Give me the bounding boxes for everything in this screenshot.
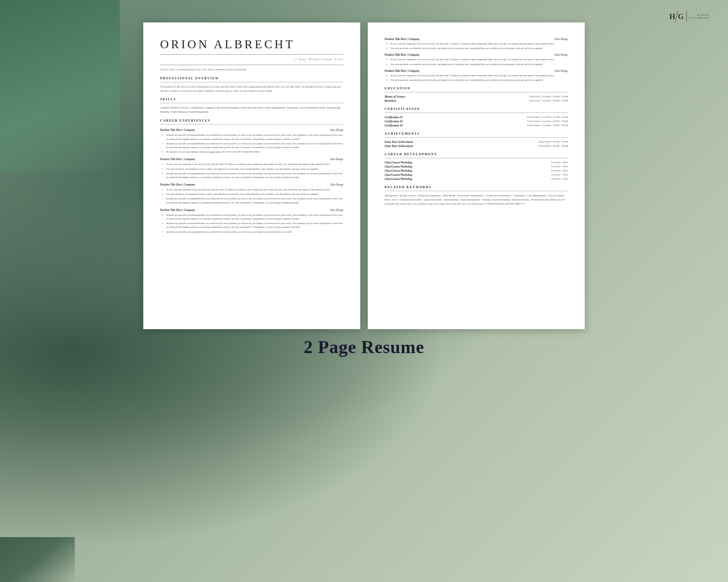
position-3-header: Position Title Here | Company Date Range xyxy=(160,183,343,186)
cert-detail-1: School/State | Location | YEAR - YEAR xyxy=(527,116,568,119)
position-2-bullets: If you want the emphasis to be on your t… xyxy=(160,162,343,179)
bullet-item: Include any specific accomplishments you… xyxy=(166,230,343,234)
career-dev-detail-4: Location - Date xyxy=(551,173,568,177)
professional-title: // Your Professional Title xyxy=(160,58,343,61)
edu-degree-1: Master of Science xyxy=(385,95,405,98)
position-3-title: Position Title Here | Company xyxy=(160,183,195,186)
position-1-header: Position Title Here | Company Date Range xyxy=(160,128,343,132)
logo-g: G xyxy=(678,13,684,20)
position-2-title: Position Title Here | Company xyxy=(160,157,195,161)
p2-pos-2-date: Date Range xyxy=(554,53,568,56)
cert-divider xyxy=(385,113,568,113)
contact-info: 333.333.3333 | youremail@email.com | Cit… xyxy=(160,68,343,71)
keywords-text: Management · Quality Control · Productio… xyxy=(385,194,568,206)
achievement-detail-1: School/State | YEAR - YEAR xyxy=(538,140,568,144)
bullet-item: If you want the emphasis to be on your t… xyxy=(391,58,568,61)
career-dev-name-2: Class/Course/Workshop xyxy=(385,165,412,168)
career-dev-detail-5: Location - Date xyxy=(551,177,568,181)
position-2-header: Position Title Here | Company Date Range xyxy=(160,157,343,161)
overview-divider xyxy=(160,82,343,82)
skills-text: Complex Problem Solving | Coordination |… xyxy=(160,106,343,114)
logo-hired-text: HIRED xyxy=(689,13,709,16)
p2-pos-3-date: Date Range xyxy=(554,69,568,73)
logo-hg: H xyxy=(670,13,676,20)
two-page-label: 2 Page Resume xyxy=(304,337,424,357)
position-3-bullets: If you want the emphasis to be on your t… xyxy=(160,188,343,205)
position-4-header: Position Title Here | Company Date Range xyxy=(160,208,343,212)
career-dev-name-5: Class/Course/Workshop xyxy=(385,177,412,181)
bullet-item: If you want the emphasis to be on your t… xyxy=(391,74,568,77)
candidate-name: ORION ALBRECHT xyxy=(160,37,343,51)
position-1-bullets: Include any specific accomplishments you… xyxy=(160,133,343,154)
overview-section-title: PROFESSIONAL OVERVIEW xyxy=(160,76,343,80)
title-divider xyxy=(160,65,343,65)
bullet-item: Include any specific accomplishments you… xyxy=(166,213,343,221)
cert-detail-3: School/State | Location | YEAR - YEAR xyxy=(527,124,568,127)
p2-pos-1-date: Date Range xyxy=(554,37,568,41)
edu-detail-1: University | Location | YEAR - YEAR xyxy=(529,95,568,98)
overview-text: The purpose of this area is to direct em… xyxy=(160,85,343,93)
cert-name-2: Certification #2 xyxy=(385,120,403,123)
edu-row-1: Master of Science University | Location … xyxy=(385,95,568,98)
achievement-name-2: Enter Your Achievement xyxy=(385,144,413,148)
education-section-title: EDUCATION xyxy=(385,86,568,90)
career-dev-detail-2: Location - Date xyxy=(551,165,568,168)
decorative-bottom-green xyxy=(0,537,75,582)
p2-pos-1-title: Position Title Here | Company xyxy=(385,37,419,41)
bullet-item: Include any specific accomplishments you… xyxy=(166,142,343,149)
edu-row-2: Bachelors University | Location | YEAR -… xyxy=(385,99,568,102)
education-divider xyxy=(385,92,568,92)
p2-pos-2-header: Position Title Here | Company Date Range xyxy=(385,53,568,56)
resume-page-2: Position Title Here | Company Date Range… xyxy=(368,22,585,329)
achievements-divider xyxy=(385,137,568,138)
p2-pos-1-bullets: If you want the emphasis to be on your t… xyxy=(385,42,568,50)
cert-section-title: CERTIFICATION xyxy=(385,107,568,111)
cert-detail-2: School/State | Location | YEAR - YEAR xyxy=(527,120,568,123)
decorative-bg-green xyxy=(0,0,120,172)
resume-page-1: ORION ALBRECHT // Your Professional Titl… xyxy=(143,22,360,329)
career-dev-name-1: Class/Course/Workshop xyxy=(385,161,412,164)
bullet-item: For each position, use detailed actions … xyxy=(391,62,568,66)
pages-container: ORION ALBRECHT // Your Professional Titl… xyxy=(121,22,607,329)
logo-vertical-divider xyxy=(686,11,687,22)
logo-area: H G HIRED GUARDIAN xyxy=(670,11,709,22)
bullet-item: If you want the emphasis to be on your t… xyxy=(166,162,343,166)
edu-detail-2: University | Location | YEAR - YEAR xyxy=(529,99,568,102)
career-dev-divider xyxy=(385,158,568,158)
cert-row-2: Certification #2 School/State | Location… xyxy=(385,120,568,123)
p2-pos-2-bullets: If you want the emphasis to be on your t… xyxy=(385,58,568,66)
career-dev-row-3: Class/Course/Workshop Location - Date xyxy=(385,169,568,172)
edu-degree-2: Bachelors xyxy=(385,99,396,102)
p2-pos-2-title: Position Title Here | Company xyxy=(385,53,419,56)
cert-row-1: Certification #1 School/State | Location… xyxy=(385,116,568,119)
achievements-section-title: ACHIEVEMENTS xyxy=(385,132,568,135)
bullet-item: For each position, use detailed actions … xyxy=(391,78,568,82)
bullet-item: If you want the emphasis to be on your t… xyxy=(166,188,343,192)
achievement-row-1: Enter Your Achievement School/State | YE… xyxy=(385,140,568,144)
cert-name-3: Certification #3 xyxy=(385,124,403,127)
keywords-section-title: RELATED KEYWORDS xyxy=(385,185,568,189)
career-dev-name-3: Class/Course/Workshop xyxy=(385,169,412,172)
p2-pos-3-header: Position Title Here | Company Date Range xyxy=(385,69,568,73)
career-dev-row-4: Class/Course/Workshop Location - Date xyxy=(385,173,568,177)
logo-guardian-text: GUARDIAN xyxy=(689,16,709,19)
career-dev-section-title: CAREER DEVELOPMENT xyxy=(385,152,568,156)
achievement-name-1: Enter Your Achievement xyxy=(385,140,413,144)
bullet-item: For each position, use detailed actions … xyxy=(166,167,343,171)
bullet-item: Be detailed in your descriptions without… xyxy=(166,150,343,154)
p2-pos-1-header: Position Title Here | Company Date Range xyxy=(385,37,568,41)
career-divider xyxy=(160,124,343,125)
footer-label-area: 2 Page Resume xyxy=(0,337,728,357)
bullet-item: Include any specific accomplishments you… xyxy=(166,133,343,141)
position-4-bullets: Include any specific accomplishments you… xyxy=(160,213,343,234)
bullet-item: For each position, use detailed actions … xyxy=(166,192,343,196)
skills-divider xyxy=(160,103,343,103)
career-section-title: CAREER EXPERIENCES xyxy=(160,119,343,122)
logo-right: HIRED GUARDIAN xyxy=(689,13,709,19)
cert-name-1: Certification #1 xyxy=(385,116,403,119)
p2-pos-3-bullets: If you want the emphasis to be on your t… xyxy=(385,74,568,82)
career-dev-detail-1: Location - Date xyxy=(551,161,568,164)
achievement-row-2: Enter Your Achievement School/State | YE… xyxy=(385,144,568,148)
career-dev-row-5: Class/Course/Workshop Location - Date xyxy=(385,177,568,181)
bullet-item: Include any specific accomplishments you… xyxy=(166,221,343,229)
